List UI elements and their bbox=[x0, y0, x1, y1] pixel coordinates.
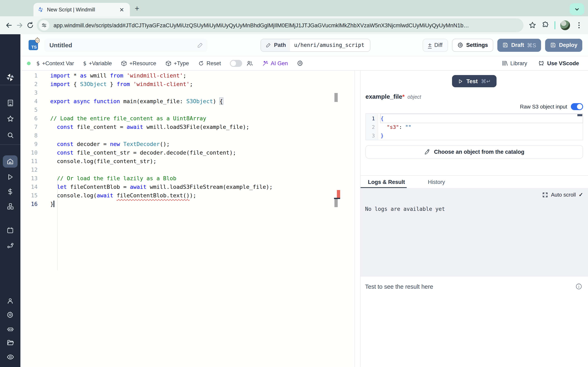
typescript-badge: TS bbox=[29, 40, 38, 50]
json-code[interactable]: { "s3": ""} bbox=[378, 114, 583, 140]
code-line[interactable]: let fileContentBlob = await wmill.loadS3… bbox=[50, 183, 273, 191]
line-number: 8 bbox=[20, 131, 38, 140]
json-arg-editor[interactable]: 123 { "s3": ""} bbox=[365, 113, 583, 140]
expand-icon[interactable] bbox=[543, 192, 548, 198]
line-number: 11 bbox=[20, 157, 38, 166]
sidebar-item-resources[interactable] bbox=[0, 203, 20, 210]
json-line[interactable]: "s3": "" bbox=[380, 123, 583, 131]
line-number: 9 bbox=[20, 140, 38, 149]
script-summary-input[interactable]: Untitled bbox=[44, 39, 208, 52]
sidebar-item-workspace[interactable] bbox=[0, 99, 20, 107]
library-button[interactable]: Library bbox=[501, 60, 527, 67]
code-line[interactable]: import * as wmill from 'windmill-client'… bbox=[50, 71, 273, 80]
extensions-icon[interactable] bbox=[541, 21, 550, 29]
code-line[interactable]: console.log(file_content_str); bbox=[50, 157, 273, 166]
code-editor[interactable]: 12345678910111213141516 import * as wmil… bbox=[20, 71, 355, 367]
info-icon[interactable] bbox=[575, 283, 582, 290]
windmill-logo[interactable] bbox=[0, 73, 20, 82]
sidebar-item-home[interactable] bbox=[0, 158, 20, 165]
sidebar-item-account[interactable] bbox=[0, 297, 20, 305]
add-type-button[interactable]: +Type bbox=[165, 60, 189, 66]
site-settings-icon[interactable] bbox=[39, 20, 49, 31]
tab-logs-result[interactable]: Logs & Result bbox=[361, 179, 412, 185]
settings-button[interactable]: Settings bbox=[452, 39, 493, 52]
tab-search-button[interactable] bbox=[570, 3, 584, 15]
code-line[interactable] bbox=[50, 131, 273, 140]
sidebar-item-variables[interactable] bbox=[0, 188, 20, 195]
package-icon bbox=[165, 60, 171, 66]
code-line[interactable]: const decoder = new TextDecoder(); bbox=[50, 140, 273, 149]
sidebar-item-runs[interactable] bbox=[0, 173, 20, 181]
raw-s3-toggle[interactable] bbox=[571, 103, 583, 110]
add-context-var-button[interactable]: $ +Context Var bbox=[36, 60, 74, 67]
json-line[interactable]: { bbox=[380, 114, 583, 123]
edit-pencil-icon[interactable] bbox=[197, 42, 203, 48]
code-line[interactable] bbox=[50, 106, 273, 114]
sidebar-item-workers[interactable] bbox=[0, 325, 20, 333]
header-actions: ± Diff Settings Draft ⌘S Deploy bbox=[423, 39, 588, 52]
browser-tab[interactable]: New Script | Windmill ✕ bbox=[34, 3, 130, 16]
bookmark-star-icon[interactable] bbox=[528, 21, 536, 29]
gear-icon bbox=[297, 60, 303, 67]
diff-button[interactable]: ± Diff bbox=[423, 39, 448, 52]
forward-icon[interactable] bbox=[16, 21, 24, 29]
json-scrollbar[interactable] bbox=[577, 114, 582, 116]
line-number: 1 bbox=[366, 114, 375, 123]
url-bar[interactable]: app.windmill.dev/scripts/add#JTdCJTIyaGF… bbox=[37, 18, 523, 32]
back-icon[interactable] bbox=[5, 21, 13, 29]
code-line[interactable]: export async function main(example_file:… bbox=[50, 97, 273, 106]
code-line[interactable]: import { S3Object } from 'windmill-clien… bbox=[50, 80, 273, 89]
sidebar-item-folders[interactable] bbox=[0, 339, 20, 347]
auto-scroll-control[interactable]: Auto scroll ✓ bbox=[543, 192, 583, 198]
line-number: 5 bbox=[20, 106, 38, 114]
add-resource-button[interactable]: +Resource bbox=[121, 60, 156, 66]
code-line[interactable] bbox=[50, 89, 273, 97]
code-line[interactable] bbox=[50, 166, 273, 174]
editor-settings-button[interactable] bbox=[297, 60, 303, 67]
sidebar-item-search[interactable] bbox=[0, 131, 20, 139]
sidebar-item-schedules[interactable] bbox=[0, 227, 20, 234]
profile-separator bbox=[554, 21, 555, 29]
collab-toggle[interactable] bbox=[230, 60, 242, 67]
new-tab-button[interactable]: + bbox=[135, 4, 139, 13]
sidebar-item-favorites[interactable] bbox=[0, 115, 20, 123]
scrollbar-mark[interactable] bbox=[334, 93, 338, 102]
reset-button[interactable]: Reset bbox=[198, 60, 221, 66]
test-label: Test bbox=[466, 78, 478, 84]
code-line[interactable]: console.log(await fileContentBlob.text()… bbox=[50, 191, 273, 200]
use-vscode-button[interactable]: Use VScode bbox=[538, 60, 579, 67]
test-button[interactable]: Test ⌘↵ bbox=[452, 75, 496, 87]
choose-object-button[interactable]: Choose an object from the catalog bbox=[365, 145, 583, 159]
reset-label: Reset bbox=[207, 60, 221, 66]
kebab-menu-icon[interactable] bbox=[575, 21, 583, 29]
deploy-button[interactable]: Deploy bbox=[545, 39, 582, 52]
refresh-icon bbox=[198, 60, 204, 66]
editor-code[interactable]: import * as wmill from 'windmill-client'… bbox=[43, 71, 273, 367]
code-line[interactable]: const file_content = await wmill.loadS3F… bbox=[50, 123, 273, 131]
sidebar-item-audit-logs[interactable] bbox=[0, 353, 20, 361]
draft-button[interactable]: Draft ⌘S bbox=[497, 39, 541, 52]
result-panel: Test to see the result here bbox=[361, 276, 588, 367]
code-line[interactable]: // Load the entire file_content as a Uin… bbox=[50, 114, 273, 123]
sidebar-item-settings[interactable] bbox=[0, 311, 20, 318]
reload-icon[interactable] bbox=[26, 21, 34, 29]
json-line[interactable]: } bbox=[380, 131, 583, 140]
add-variable-button[interactable]: $ +Variable bbox=[83, 60, 112, 67]
sidebar-item-flows[interactable] bbox=[0, 242, 20, 250]
raw-s3-label: Raw S3 object input bbox=[520, 104, 567, 110]
avatar[interactable] bbox=[560, 20, 570, 30]
add-resource-label: +Resource bbox=[130, 60, 156, 66]
code-line[interactable]: const file_content_str = decoder.decode(… bbox=[50, 149, 273, 157]
play-icon bbox=[458, 78, 463, 84]
code-line[interactable]: // Or load the file lazily as a Blob bbox=[50, 174, 273, 183]
code-line[interactable]: } bbox=[50, 200, 273, 208]
path-chip[interactable]: Path u/henri/amusing_script bbox=[260, 39, 371, 52]
scrollbar-mark[interactable] bbox=[334, 199, 338, 207]
browser-actions bbox=[526, 20, 583, 30]
ai-gen-button[interactable]: AI Gen bbox=[262, 60, 288, 66]
editor-toolbar: $ +Context Var $ +Variable +Resource +Ty… bbox=[20, 56, 588, 71]
tab-close-icon[interactable]: ✕ bbox=[118, 6, 126, 13]
checkmark-icon[interactable]: ✓ bbox=[579, 192, 583, 198]
add-context-var-label: +Context Var bbox=[42, 60, 74, 66]
tab-history[interactable]: History bbox=[421, 179, 452, 185]
